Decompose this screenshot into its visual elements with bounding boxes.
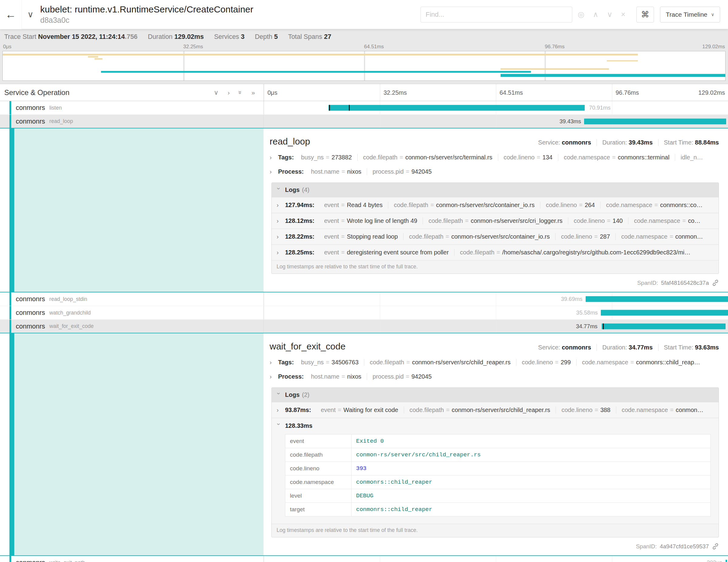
log-entry[interactable]: › 128.12ms: event=Wrote log line of leng… xyxy=(272,213,719,229)
span-bar[interactable] xyxy=(584,118,726,124)
span-bar[interactable] xyxy=(602,323,726,329)
meta-value: conmonrs xyxy=(562,344,591,351)
process-row[interactable]: › Process: host.name=nixos process.pid=9… xyxy=(270,373,719,380)
log-entry-header[interactable]: › 128.33ms xyxy=(277,422,714,429)
span-track[interactable]: 35.58ms xyxy=(264,306,728,319)
field-key: target xyxy=(285,503,352,516)
field-value: /home/sascha/.cargo/registry/src/github.… xyxy=(502,249,690,256)
next-result-icon[interactable]: ∨ xyxy=(604,10,615,19)
field-key: idle_n… xyxy=(681,154,703,161)
stat-value: 3 xyxy=(241,33,245,40)
page-header: ← ∨ kubelet: runtime.v1.RuntimeService/C… xyxy=(0,0,728,29)
span-row-write-exit-path[interactable]: conmonrs write_exit_path 303μs xyxy=(0,556,728,562)
table-row: eventExited 0 xyxy=(285,434,711,448)
span-bar[interactable] xyxy=(586,296,728,302)
prev-result-icon[interactable]: ∧ xyxy=(590,10,601,19)
kv-pair: code.namespace=conmon… xyxy=(616,233,708,240)
span-track[interactable]: 70.91ms xyxy=(264,101,728,114)
expand-all-icon[interactable]: » xyxy=(251,89,255,96)
chevron-right-icon: › xyxy=(270,373,274,380)
field-key: event xyxy=(324,249,339,256)
span-row-read-loop[interactable]: conmonrs read_loop 39.43ms xyxy=(0,115,728,128)
process-row[interactable]: › Process: host.name=nixos process.pid=9… xyxy=(270,168,719,175)
stat-value: 129.02ms xyxy=(174,33,204,40)
copy-link-icon[interactable] xyxy=(712,543,719,550)
log-timestamp: 128.25ms: xyxy=(285,249,315,256)
field-value: DEBUG xyxy=(352,489,711,503)
tags-row[interactable]: › Tags: busy_ns=273882 code.filepath=con… xyxy=(270,154,719,161)
copy-link-icon[interactable] xyxy=(712,279,719,286)
span-duration-label: 303μs xyxy=(707,559,722,562)
service-color-stripe xyxy=(9,292,11,306)
equals-sign: = xyxy=(339,233,347,240)
detail-service: Service: conmonrs xyxy=(533,139,597,146)
logs-header[interactable]: › Logs (4) xyxy=(272,183,719,197)
logs-header[interactable]: › Logs (2) xyxy=(272,388,719,402)
trace-view-selector[interactable]: Trace Timeline ∨ xyxy=(660,7,720,22)
page-title: kubelet: runtime.v1.RuntimeService/Creat… xyxy=(40,4,253,15)
back-button[interactable]: ← xyxy=(0,0,22,29)
kv-pair: code.namespace=co… xyxy=(628,217,706,224)
span-name-cell[interactable]: conmonrs read_loop xyxy=(0,115,264,128)
span-row-read-loop-stdin[interactable]: conmonrs read_loop_stdin 39.69ms xyxy=(0,292,728,306)
span-name-cell[interactable]: conmonrs listen xyxy=(0,101,264,114)
kv-pair: code.lineno=140 xyxy=(568,217,628,224)
field-key: event xyxy=(324,202,339,208)
tags-row[interactable]: › Tags: busy_ns=34506763 code.filepath=c… xyxy=(270,359,719,366)
span-row-watch-grandchild[interactable]: conmonrs watch_grandchild 35.58ms xyxy=(0,306,728,320)
field-value: 299 xyxy=(561,359,571,366)
jaeger-trace-page: ← ∨ kubelet: runtime.v1.RuntimeService/C… xyxy=(0,0,728,562)
span-track[interactable]: 303μs xyxy=(264,556,728,562)
span-name-cell[interactable]: conmonrs write_exit_path xyxy=(0,556,264,562)
kv-pair: event=Waiting for exit code xyxy=(315,407,404,414)
equals-sign: = xyxy=(668,407,676,413)
field-key: code.namespace xyxy=(634,217,680,224)
field-value: 273882 xyxy=(332,154,352,161)
trace-header-toggle[interactable]: ∨ xyxy=(23,9,38,19)
span-track[interactable]: 34.77ms xyxy=(264,320,728,333)
detail-rail-fill xyxy=(14,333,264,555)
span-track[interactable]: 39.43ms xyxy=(264,115,728,128)
field-key: code.lineno xyxy=(561,233,592,240)
span-track[interactable]: 39.69ms xyxy=(264,292,728,306)
span-name-cell[interactable]: conmonrs wait_for_exit_code xyxy=(0,320,264,333)
kv-pair: code.namespace=conmon… xyxy=(616,407,709,414)
span-name-cell[interactable]: conmonrs read_loop_stdin xyxy=(0,292,264,306)
field-value: deregistering event source from poller xyxy=(347,249,449,256)
log-entry[interactable]: › 128.22ms: event=Stopping read loop cod… xyxy=(272,229,719,244)
timeline-tick: 0μs xyxy=(267,89,277,96)
field-value: 388 xyxy=(600,407,610,413)
kv-pair: code.filepath=conmon-rs/server/src/cri_l… xyxy=(423,217,568,224)
log-entry-expanded[interactable]: › 128.33ms eventExited 0 code.filepathco… xyxy=(272,418,719,524)
keyboard-shortcuts-button[interactable]: ⌘ xyxy=(636,7,654,22)
span-bar[interactable] xyxy=(726,560,727,562)
log-entry[interactable]: › 128.25ms: event=deregistering event so… xyxy=(272,244,719,260)
timeline-minimap[interactable] xyxy=(2,51,726,81)
span-name-cell[interactable]: conmonrs watch_grandchild xyxy=(0,306,264,319)
span-duration-label: 34.77ms xyxy=(576,323,597,330)
span-row-listen[interactable]: conmonrs listen 70.91ms xyxy=(0,101,728,115)
service-color-stripe xyxy=(9,320,11,333)
field-key: code.namespace xyxy=(285,475,352,489)
kv-pair: code.namespace=conmonrs::co… xyxy=(600,202,708,209)
field-value: conmon-rs/server/src/container_io.rs xyxy=(436,202,535,208)
collapse-all-icon[interactable]: » xyxy=(237,91,244,94)
logs-section: › Logs (2) › 93.87ms: event=Waiting for … xyxy=(271,387,719,537)
field-value: 134 xyxy=(543,154,553,161)
find-input[interactable] xyxy=(420,7,572,22)
clear-search-icon[interactable]: × xyxy=(618,10,628,19)
span-detail-row-read-loop: read_loop Service: conmonrs Duration: 39… xyxy=(0,128,728,292)
span-row-wait-for-exit-code[interactable]: conmonrs wait_for_exit_code 34.77ms xyxy=(0,320,728,333)
log-entry[interactable]: › 127.94ms: event=Read 4 bytes code.file… xyxy=(272,197,719,213)
field-value: conmon-rs/server/src/child_reaper.rs xyxy=(352,448,711,462)
kv-pair: busy_ns=34506763 xyxy=(296,359,364,366)
minimap-tick-labels: 0μs 32.25ms 64.51ms 96.76ms 129.02ms xyxy=(2,43,726,51)
focus-result-icon[interactable]: ◎ xyxy=(575,10,587,19)
kv-pair: code.filepath=/home/sascha/.cargo/regist… xyxy=(454,249,696,256)
span-bar[interactable] xyxy=(601,310,728,316)
expand-one-icon[interactable]: › xyxy=(228,89,230,96)
span-bar[interactable] xyxy=(328,105,585,111)
collapse-one-icon[interactable]: ∨ xyxy=(214,89,218,96)
log-entry[interactable]: › 93.87ms: event=Waiting for exit code c… xyxy=(272,402,719,418)
logs-note: Log timestamps are relative to the start… xyxy=(272,260,719,274)
